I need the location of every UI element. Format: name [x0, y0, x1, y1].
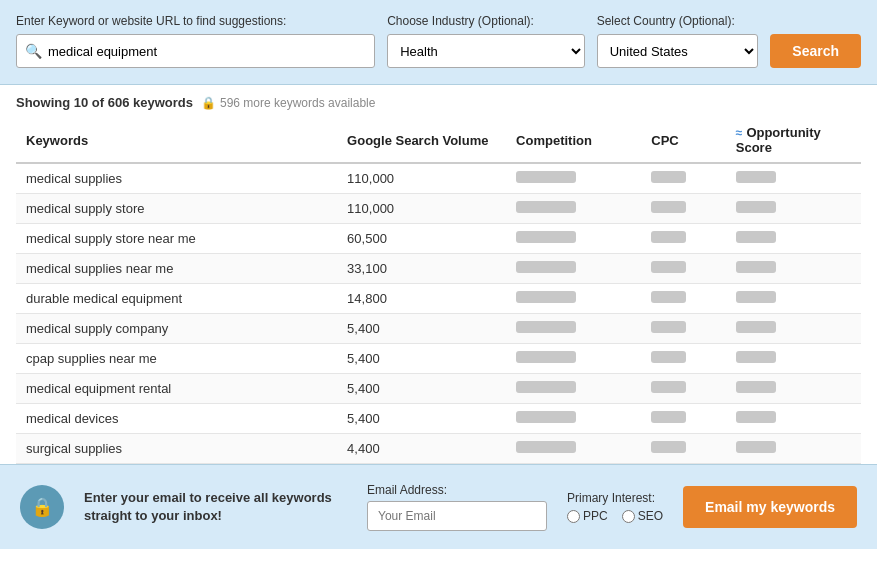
opportunity-cell [726, 374, 861, 404]
keywords-table: Keywords Google Search Volume Competitio… [16, 118, 861, 464]
radio-ppc[interactable] [567, 510, 580, 523]
radio-seo[interactable] [622, 510, 635, 523]
footer-icon-col: 🔒 [20, 485, 64, 529]
keyword-cell: medical supplies [16, 163, 337, 194]
col-header-competition: Competition [506, 118, 641, 163]
volume-cell: 5,400 [337, 404, 506, 434]
volume-cell: 5,400 [337, 344, 506, 374]
competition-cell [506, 284, 641, 314]
cpc-cell [641, 224, 726, 254]
radio-row: PPC SEO [567, 509, 663, 523]
email-input[interactable] [367, 501, 547, 531]
footer-interest-col: Primary Interest: PPC SEO [567, 491, 663, 523]
cpc-cell [641, 344, 726, 374]
email-icon-circle: 🔒 [20, 485, 64, 529]
opportunity-cell [726, 404, 861, 434]
competition-cell [506, 404, 641, 434]
results-section: Showing 10 of 606 keywords 🔒 596 more ke… [0, 85, 877, 464]
table-row: surgical supplies 4,400 [16, 434, 861, 464]
keyword-label: Enter Keyword or website URL to find sug… [16, 14, 375, 28]
keyword-cell: medical supplies near me [16, 254, 337, 284]
competition-cell [506, 224, 641, 254]
table-row: medical supplies 110,000 [16, 163, 861, 194]
keyword-field-group: Enter Keyword or website URL to find sug… [16, 14, 375, 68]
cpc-cell [641, 194, 726, 224]
keyword-cell: medical equipment rental [16, 374, 337, 404]
competition-cell [506, 254, 641, 284]
opportunity-cell [726, 434, 861, 464]
cpc-cell [641, 314, 726, 344]
cpc-cell [641, 163, 726, 194]
volume-cell: 5,400 [337, 314, 506, 344]
keyword-cell: medical supply company [16, 314, 337, 344]
col-header-opportunity: ≈Opportunity Score [726, 118, 861, 163]
competition-cell [506, 163, 641, 194]
search-icon: 🔍 [25, 43, 42, 59]
col-header-volume: Google Search Volume [337, 118, 506, 163]
opportunity-cell [726, 224, 861, 254]
more-keywords-text: 596 more keywords available [220, 96, 375, 110]
opportunity-cell [726, 314, 861, 344]
table-row: medical supply company 5,400 [16, 314, 861, 344]
country-select[interactable]: United States United Kingdom Canada Aust… [597, 34, 759, 68]
cpc-cell [641, 404, 726, 434]
radio-ppc-label[interactable]: PPC [567, 509, 608, 523]
keyword-cell: medical devices [16, 404, 337, 434]
email-label: Email Address: [367, 483, 547, 497]
keyword-cell: medical supply store [16, 194, 337, 224]
table-header-row: Keywords Google Search Volume Competitio… [16, 118, 861, 163]
search-row: Enter Keyword or website URL to find sug… [16, 14, 861, 68]
col-header-cpc: CPC [641, 118, 726, 163]
keyword-cell: surgical supplies [16, 434, 337, 464]
lock-text-wrapper: 🔒 596 more keywords available [201, 96, 375, 110]
lock-icon: 🔒 [201, 96, 216, 110]
email-keywords-button[interactable]: Email my keywords [683, 486, 857, 528]
industry-label: Choose Industry (Optional): [387, 14, 585, 28]
competition-cell [506, 374, 641, 404]
opportunity-cell [726, 254, 861, 284]
cpc-cell [641, 284, 726, 314]
volume-cell: 110,000 [337, 194, 506, 224]
table-row: medical devices 5,400 [16, 404, 861, 434]
competition-cell [506, 434, 641, 464]
footer-section: 🔒 Enter your email to receive all keywor… [0, 464, 877, 549]
industry-field-group: Choose Industry (Optional): Health Techn… [387, 14, 585, 68]
country-field-group: Select Country (Optional): United States… [597, 14, 759, 68]
footer-email-col: Email Address: [367, 483, 547, 531]
competition-cell [506, 344, 641, 374]
opportunity-cell [726, 194, 861, 224]
search-button[interactable]: Search [770, 34, 861, 68]
country-label: Select Country (Optional): [597, 14, 759, 28]
table-row: medical supplies near me 33,100 [16, 254, 861, 284]
volume-cell: 60,500 [337, 224, 506, 254]
competition-cell [506, 314, 641, 344]
keyword-cell: medical supply store near me [16, 224, 337, 254]
industry-select[interactable]: Health Technology Finance Education Reta… [387, 34, 585, 68]
competition-cell [506, 194, 641, 224]
volume-cell: 5,400 [337, 374, 506, 404]
lock-footer-icon: 🔒 [31, 496, 53, 518]
volume-cell: 33,100 [337, 254, 506, 284]
top-search-section: Enter Keyword or website URL to find sug… [0, 0, 877, 85]
table-row: durable medical equipment 14,800 [16, 284, 861, 314]
table-row: cpap supplies near me 5,400 [16, 344, 861, 374]
showing-count: Showing 10 of 606 keywords [16, 95, 193, 110]
table-row: medical equipment rental 5,400 [16, 374, 861, 404]
table-row: medical supply store 110,000 [16, 194, 861, 224]
keyword-cell: cpap supplies near me [16, 344, 337, 374]
opportunity-cell [726, 163, 861, 194]
footer-main-text: Enter your email to receive all keywords… [84, 489, 347, 525]
radio-seo-label[interactable]: SEO [622, 509, 663, 523]
keywords-table-body: medical supplies 110,000 medical supply … [16, 163, 861, 464]
keyword-input[interactable] [48, 44, 366, 59]
cpc-cell [641, 434, 726, 464]
keyword-input-wrapper: 🔍 [16, 34, 375, 68]
volume-cell: 14,800 [337, 284, 506, 314]
cpc-cell [641, 374, 726, 404]
interest-label: Primary Interest: [567, 491, 663, 505]
opportunity-cell [726, 344, 861, 374]
opportunity-cell [726, 284, 861, 314]
cpc-cell [641, 254, 726, 284]
table-row: medical supply store near me 60,500 [16, 224, 861, 254]
showing-line: Showing 10 of 606 keywords 🔒 596 more ke… [16, 95, 861, 110]
